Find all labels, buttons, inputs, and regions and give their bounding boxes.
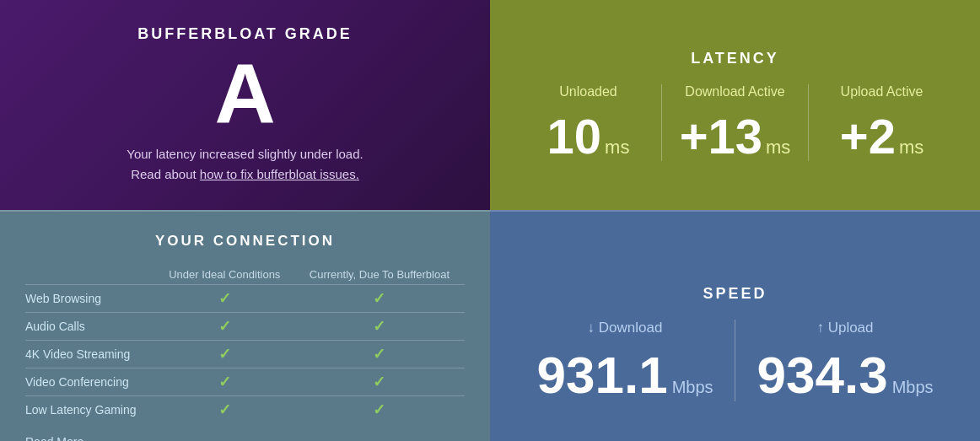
bufferbloat-description: Your latency increased slightly under lo…: [127, 144, 363, 185]
table-row: 4K Video Streaming ✓ ✓: [25, 341, 465, 368]
check-icon: ✓: [218, 401, 231, 418]
latency-columns: Unloaded 10 ms Download Active +13 ms Up…: [515, 84, 955, 161]
row-label-gaming: Low Latency Gaming: [25, 396, 155, 424]
row-current-4k: ✓: [294, 341, 465, 368]
connection-panel: YOUR CONNECTION Under Ideal Conditions C…: [0, 210, 490, 441]
check-icon: ✓: [373, 318, 385, 335]
bufferbloat-link[interactable]: how to fix bufferbloat issues.: [200, 167, 359, 181]
latency-value-download: +13: [680, 112, 762, 161]
connection-table: Under Ideal Conditions Currently, Due To…: [25, 265, 465, 441]
read-more-cell: Read More: [25, 423, 465, 441]
speed-value-upload: 934.3: [757, 349, 887, 401]
latency-label-upload: Upload Active: [841, 84, 923, 99]
speed-value-row-download: 931.1 Mbps: [536, 349, 713, 401]
speed-title: SPEED: [703, 285, 767, 303]
check-icon: ✓: [218, 346, 231, 363]
table-row: Low Latency Gaming ✓ ✓: [25, 396, 465, 424]
row-label-4k: 4K Video Streaming: [25, 341, 155, 368]
speed-value-download: 931.1: [536, 349, 667, 401]
row-current-audio: ✓: [294, 313, 465, 341]
latency-title: LATENCY: [691, 50, 779, 67]
latency-unit-unloaded: ms: [605, 137, 629, 159]
latency-unit-download: ms: [766, 137, 790, 159]
col-header-ideal: Under Ideal Conditions: [155, 265, 294, 285]
latency-col-download: Download Active +13 ms: [662, 84, 809, 161]
row-label-audio: Audio Calls: [25, 313, 155, 341]
check-icon: ✓: [373, 401, 385, 418]
speed-unit-upload: Mbps: [892, 378, 934, 397]
row-current-conf: ✓: [294, 368, 465, 396]
bufferbloat-panel: BUFFERBLOAT GRADE A Your latency increas…: [0, 0, 490, 210]
row-current-web: ✓: [294, 285, 465, 313]
read-more-row: Read More: [25, 423, 465, 441]
latency-label-download: Download Active: [685, 84, 784, 99]
table-row: Video Conferencing ✓ ✓: [25, 368, 465, 396]
col-header-current: Currently, Due To Bufferbloat: [294, 265, 465, 285]
row-ideal-conf: ✓: [155, 368, 294, 396]
speed-col-download: ↓ Download 931.1 Mbps: [515, 320, 735, 401]
check-icon: ✓: [373, 290, 385, 307]
read-more-link[interactable]: Read More: [25, 435, 83, 441]
row-ideal-audio: ✓: [155, 313, 294, 341]
row-current-gaming: ✓: [294, 396, 465, 424]
latency-panel: LATENCY Unloaded 10 ms Download Active +…: [490, 0, 980, 210]
row-ideal-web: ✓: [155, 285, 294, 313]
bufferbloat-title: BUFFERBLOAT GRADE: [137, 25, 353, 43]
latency-unit-upload: ms: [899, 137, 923, 159]
check-icon: ✓: [373, 346, 385, 363]
row-ideal-gaming: ✓: [155, 396, 294, 424]
check-icon: ✓: [373, 374, 385, 390]
grade-letter: A: [214, 51, 275, 136]
speed-label-download: ↓ Download: [588, 320, 663, 336]
row-ideal-4k: ✓: [155, 341, 294, 368]
speed-panel: SPEED ↓ Download 931.1 Mbps ↑ Upload 934…: [490, 210, 980, 441]
row-label-web: Web Browsing: [25, 285, 155, 313]
col-header-activity: [25, 265, 155, 285]
table-row: Web Browsing ✓ ✓: [25, 285, 465, 313]
check-icon: ✓: [218, 318, 231, 335]
bufferbloat-desc-line2: Read about: [131, 167, 200, 181]
check-icon: ✓: [218, 374, 231, 390]
connection-title: YOUR CONNECTION: [155, 233, 335, 250]
latency-label-unloaded: Unloaded: [559, 84, 617, 99]
bufferbloat-desc-line1: Your latency increased slightly under lo…: [127, 147, 363, 161]
table-row: Audio Calls ✓ ✓: [25, 313, 465, 341]
check-icon: ✓: [218, 290, 231, 307]
speed-value-row-upload: 934.3 Mbps: [757, 349, 933, 401]
latency-value-row-upload: +2 ms: [840, 112, 923, 161]
latency-value-unloaded: 10: [547, 112, 602, 161]
latency-value-upload: +2: [840, 112, 896, 161]
speed-label-upload: ↑ Upload: [816, 320, 873, 336]
speed-unit-download: Mbps: [672, 378, 713, 397]
latency-col-unloaded: Unloaded 10 ms: [515, 84, 662, 161]
latency-col-upload: Upload Active +2 ms: [809, 84, 955, 161]
latency-value-row-unloaded: 10 ms: [547, 112, 630, 161]
speed-col-upload: ↑ Upload 934.3 Mbps: [735, 320, 955, 401]
latency-value-row-download: +13 ms: [680, 112, 791, 161]
row-label-conf: Video Conferencing: [25, 368, 155, 396]
speed-columns: ↓ Download 931.1 Mbps ↑ Upload 934.3 Mbp…: [515, 320, 955, 401]
